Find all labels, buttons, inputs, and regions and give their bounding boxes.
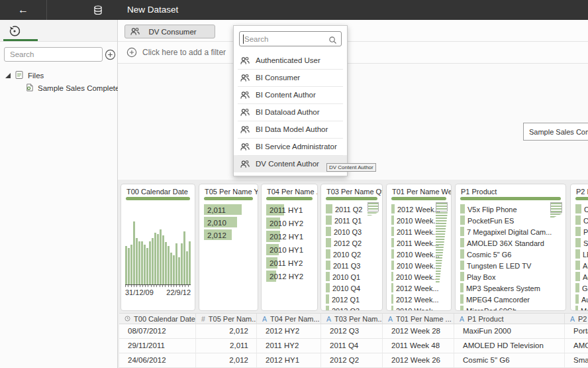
users-icon: [130, 27, 140, 36]
value-label: Gamin: [582, 284, 588, 292]
value-item: 2012 Q2: [326, 237, 379, 249]
preview-table: T00 Calendar Date#T05 Per Nam...AT04 Per…: [119, 313, 588, 368]
sidebar-search-input[interactable]: [4, 47, 103, 62]
table-cell: 2012 HY1: [257, 353, 321, 367]
value-label: 2010 Week...: [397, 261, 440, 269]
table-cell: 2012 Week 26: [383, 353, 454, 367]
hist-bar: [175, 243, 177, 284]
table-cell: 2012 HY2: [257, 324, 321, 338]
column-header-label: P1 Product: [467, 315, 503, 323]
role-option[interactable]: Authenticated User: [234, 52, 347, 69]
column-card[interactable]: T04 Per Name ...2011 HY12010 HY22012 HY1…: [261, 184, 318, 311]
table-cell: 2,012: [196, 353, 257, 367]
quality-bar: [391, 197, 446, 200]
add-button[interactable]: [105, 49, 116, 60]
users-icon: [240, 125, 250, 134]
users-icon: [240, 91, 250, 99]
role-filter-chip[interactable]: DV Consumer: [124, 25, 215, 38]
table-column-header[interactable]: AP1 Product: [454, 314, 565, 324]
value-item: 2011 HY1: [266, 204, 314, 217]
minimap-viewport[interactable]: [550, 202, 562, 213]
table-cell: 2011 Q4: [321, 339, 383, 353]
value-item: 7 Megapixel Digital Cam...: [460, 226, 562, 237]
minimap-viewport[interactable]: [368, 202, 379, 212]
connections-tab-icon[interactable]: [9, 25, 21, 37]
table-cell: 29/11/2011: [119, 339, 196, 353]
value-bar: [326, 294, 329, 304]
dropdown-search-input[interactable]: [244, 32, 330, 46]
add-filter-bar[interactable]: Click here to add a filter: [118, 41, 588, 64]
value-bar: [575, 227, 581, 236]
value-bar: [326, 238, 331, 247]
value-bar: [326, 306, 329, 311]
value-label: 2012 Week...: [397, 205, 440, 213]
column-card[interactable]: T00 Calendar Date31/12/0922/9/12: [121, 184, 195, 311]
value-label: 7 Megapixel Digital Cam...: [467, 227, 552, 235]
card-title: P2 Pro: [576, 188, 588, 196]
role-option[interactable]: BI Dataload Author: [234, 103, 347, 121]
table-column-header[interactable]: AT04 Per Nam...: [257, 314, 321, 324]
values-minimap[interactable]: [368, 202, 379, 215]
value-item: 2010 Q4: [326, 282, 379, 294]
role-option[interactable]: BI Content Author: [234, 86, 347, 103]
minimap-viewport[interactable]: [436, 202, 448, 212]
value-label: Play Box: [467, 273, 495, 280]
hist-bar: [141, 241, 143, 284]
quality-bar: [326, 197, 377, 200]
sidebar-item-dataset[interactable]: Sample Sales Complete...: [25, 83, 126, 93]
table-cell: 08/07/2012: [119, 324, 196, 338]
value-bar: [326, 204, 332, 214]
role-dropdown: Authenticated UserBI ConsumerBI Content …: [233, 25, 348, 176]
value-bar: [575, 238, 581, 247]
table-cell: 24/06/2012: [119, 353, 196, 367]
topbar-divider: [46, 0, 47, 20]
attribute-type-icon: A: [262, 315, 267, 323]
table-cell: 2,011: [196, 339, 257, 353]
card-title: P1 Product: [461, 188, 497, 196]
hist-bar: [186, 251, 188, 284]
role-option[interactable]: BI Service Administrator: [234, 138, 347, 155]
value-label: Portab: [583, 227, 588, 235]
value-label: 2012 HY2: [270, 273, 303, 280]
hist-bar: [144, 245, 146, 284]
date-histogram: [125, 219, 191, 284]
role-option-label: BI Service Administrator: [256, 143, 337, 151]
role-option[interactable]: BI Consumer: [234, 69, 347, 86]
hist-bar: [154, 233, 156, 284]
column-card[interactable]: T01 Per Name Week2012 Week...2010 Week..…: [386, 184, 452, 311]
hist-bar: [183, 231, 185, 284]
hist-bar: [128, 248, 130, 284]
table-column-header[interactable]: AT03 Per Nam...: [321, 314, 383, 324]
attribute-type-icon: A: [388, 315, 393, 323]
table-column-header[interactable]: AP2 Pr: [565, 314, 588, 324]
column-card[interactable]: T03 Per Name Qtr2011 Q22011 Q12010 Q3201…: [320, 184, 383, 311]
expander-icon[interactable]: [5, 73, 11, 78]
value-item: 2012 Week...: [391, 294, 448, 305]
table-column-header[interactable]: AT01 Per Name ...: [383, 314, 454, 324]
value-item: MicroPod 60Gb: [460, 305, 562, 311]
table-column-header[interactable]: #T05 Per Nam...: [196, 314, 257, 324]
back-button[interactable]: ←: [0, 0, 46, 20]
values-minimap[interactable]: [436, 202, 448, 284]
quality-bar: [575, 197, 588, 200]
role-option[interactable]: BI Data Model Author: [234, 121, 347, 138]
table-cell: Portab: [565, 324, 588, 338]
value-bar: [575, 261, 580, 270]
values-minimap[interactable]: [550, 202, 562, 217]
value-label: PocketFun ES: [467, 216, 514, 224]
column-card[interactable]: T05 Per Name Y...2,0112,0102,012: [199, 184, 258, 311]
attribute-type-icon: A: [570, 315, 575, 323]
minimap-tail: [550, 214, 562, 217]
hist-bar: [189, 241, 191, 284]
table-column-header[interactable]: T00 Calendar Date: [119, 314, 196, 324]
value-item: 2010 HY1: [266, 243, 314, 257]
hist-bar: [168, 246, 170, 284]
dataset-node[interactable]: Sample Sales Comple: [523, 123, 588, 141]
date-type-icon: [124, 315, 130, 322]
sidebar-item-files[interactable]: Files: [5, 70, 44, 81]
column-card[interactable]: P2 ProCell PhCamePortabSmartLEDAMOLAcces…: [570, 184, 588, 311]
value-label: 2012 Week...: [396, 295, 439, 303]
column-card[interactable]: P1 ProductV5x Flip PhonePocketFun ES7 Me…: [455, 184, 566, 311]
hist-bar: [160, 229, 162, 284]
value-bar: [575, 204, 581, 214]
